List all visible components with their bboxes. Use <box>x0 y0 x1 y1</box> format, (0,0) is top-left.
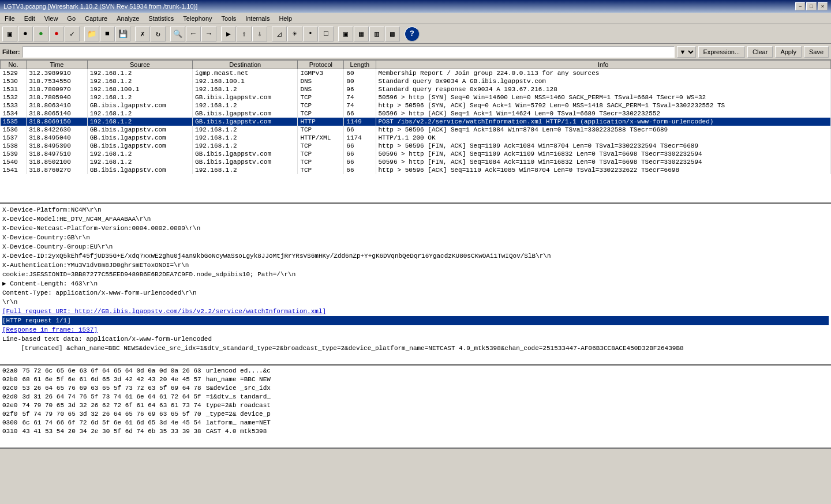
toolbar-btn-down[interactable]: ⇩ <box>252 27 267 42</box>
toolbar-btn-1[interactable]: ▣ <box>2 27 17 42</box>
toolbar-btn-8[interactable]: 💾 <box>115 27 130 42</box>
col-proto[interactable]: Protocol <box>298 61 344 69</box>
toolbar-btn-find[interactable]: 🔍 <box>170 27 185 42</box>
menu-item-capture[interactable]: Capture <box>80 14 112 23</box>
toolbar-btn-up[interactable]: ⇧ <box>237 27 252 42</box>
hex-addr: 02e0 <box>2 401 17 410</box>
table-row[interactable]: 1537318.8495040GB.ibis.lgappstv.com192.1… <box>1 134 831 142</box>
hex-addr: 02f0 <box>2 410 17 419</box>
menu-item-internals[interactable]: Internals <box>241 14 274 23</box>
menu-item-view[interactable]: View <box>40 14 63 23</box>
toolbar-btn-3[interactable]: ● <box>33 27 48 42</box>
toolbar-btn-reload[interactable]: ↻ <box>151 27 166 42</box>
toolbar-btn-color3[interactable]: ▥ <box>369 27 384 42</box>
table-row[interactable]: 1534318.8065140192.168.1.2GB.ibis.lgapps… <box>1 110 831 118</box>
table-row[interactable]: 1530318.7534550192.168.1.2192.168.100.1D… <box>1 77 831 85</box>
col-dst[interactable]: Destination <box>193 61 298 69</box>
toolbar: ▣ ● ● ● ✓ 📁 ■ 💾 ✗ ↻ 🔍 ← → ▶ ⇧ ⇩ ◿ ☀ • □ … <box>0 24 831 44</box>
menu-item-analyze[interactable]: Analyze <box>112 14 144 23</box>
detail-line: [truncated] &chan_name=BBC NEWS&device_s… <box>2 344 829 353</box>
detail-line: X-Device-Country:GB\r\n <box>2 233 829 242</box>
col-time[interactable]: Time <box>27 61 88 69</box>
toolbar-btn-open[interactable]: 📁 <box>84 27 99 42</box>
toolbar-btn-color1[interactable]: ▣ <box>338 27 353 42</box>
hex-ascii: S&device _src_idx <box>206 384 271 393</box>
hex-dump[interactable]: 02a075 72 6c 65 6e 63 6f 64 65 64 0d 0a … <box>0 366 831 449</box>
clear-button[interactable]: Clear <box>747 46 773 58</box>
menu-item-statistics[interactable]: Statistics <box>144 14 178 23</box>
toolbar-btn-zoom2[interactable]: ☀ <box>287 27 302 42</box>
maximize-button[interactable]: □ <box>806 2 816 10</box>
hex-addr: 02d0 <box>2 393 17 401</box>
toolbar-btn-help[interactable]: ? <box>405 27 420 42</box>
detail-link[interactable]: [Response in frame: 1537] <box>2 326 98 333</box>
menu-item-telephony[interactable]: Telephony <box>178 14 216 23</box>
table-row[interactable]: 1531318.7800970192.168.100.1192.168.1.2D… <box>1 85 831 93</box>
table-row[interactable]: 1540318.8502100192.168.1.2GB.ibis.lgapps… <box>1 158 831 166</box>
toolbar-btn-color4[interactable]: ▩ <box>385 27 400 42</box>
hex-ascii: urlencod ed....&c <box>206 367 271 375</box>
col-info[interactable]: Info <box>376 61 831 69</box>
detail-link[interactable]: [Full request URI: http://GB.ibis.lgapps… <box>2 308 326 315</box>
table-row[interactable]: 1539318.8497510192.168.1.2GB.ibis.lgapps… <box>1 150 831 158</box>
filter-dropdown[interactable]: ▼ <box>677 46 696 58</box>
detail-line: X-Device-Model:HE_DTV_NC4M_AFAAABAA\r\n <box>2 215 829 224</box>
detail-line[interactable]: ▶ Content-Length: 463\r\n <box>2 279 829 288</box>
menu-item-edit[interactable]: Edit <box>20 14 40 23</box>
detail-line: X-Device-Netcast-Platform-Version:0004.0… <box>2 224 829 233</box>
menubar: FileEditViewGoCaptureAnalyzeStatisticsTe… <box>0 13 831 24</box>
minimize-button[interactable]: − <box>795 2 805 10</box>
hex-ascii: type=2&b roadcast <box>206 401 271 410</box>
filter-input[interactable] <box>23 46 675 58</box>
col-no[interactable]: No. <box>1 61 27 69</box>
detail-line[interactable]: Line-based text data: application/x-www-… <box>2 334 829 344</box>
detail-line: X-Device-Country-Group:EU\r\n <box>2 242 829 251</box>
menu-item-tools[interactable]: Tools <box>217 14 241 23</box>
hex-bytes: 68 61 6e 5f 6e 61 6d 65 3d 42 42 43 20 4… <box>22 375 201 384</box>
toolbar-btn-zoom4[interactable]: □ <box>319 27 334 42</box>
detail-line[interactable]: [Response in frame: 1537] <box>2 325 829 334</box>
col-len[interactable]: Length <box>344 61 376 69</box>
packet-list[interactable]: No. Time Source Destination Protocol Len… <box>0 60 831 204</box>
table-row[interactable]: 1535318.8069150192.168.1.2GB.ibis.lgapps… <box>1 118 831 126</box>
toolbar-btn-5[interactable]: ✓ <box>65 27 80 42</box>
save-button[interactable]: Save <box>804 46 829 58</box>
toolbar-btn-zoom3[interactable]: • <box>303 27 318 42</box>
menu-item-help[interactable]: Help <box>274 14 297 23</box>
toolbar-btn-zoom[interactable]: ◿ <box>272 27 287 42</box>
hex-row: 02d03d 31 26 64 74 76 5f 73 74 61 6e 64 … <box>2 393 829 401</box>
toolbar-btn-forward[interactable]: → <box>201 27 216 42</box>
hex-bytes: 6c 61 74 66 6f 72 6d 5f 6e 61 6d 65 3d 4… <box>22 419 201 427</box>
detail-line: Content-Type: application/x-www-form-url… <box>2 288 829 298</box>
toolbar-btn-back[interactable]: ← <box>186 27 201 42</box>
hex-ascii: _type=2& device_p <box>206 410 271 419</box>
menu-item-file[interactable]: File <box>0 14 20 23</box>
toolbar-btn-7[interactable]: ■ <box>100 27 115 42</box>
detail-selected-item: [HTTP request 1/1] <box>2 316 829 325</box>
hex-bytes: 5f 74 79 70 65 3d 32 26 64 65 76 69 63 6… <box>22 410 201 419</box>
table-row[interactable]: 1532318.7805940192.168.1.2GB.ibis.lgapps… <box>1 93 831 101</box>
toolbar-btn-close[interactable]: ✗ <box>135 27 150 42</box>
col-src[interactable]: Source <box>87 61 192 69</box>
main-content: No. Time Source Destination Protocol Len… <box>0 60 831 504</box>
filter-label: Filter: <box>2 48 20 55</box>
close-button[interactable]: × <box>818 2 828 10</box>
detail-line[interactable]: [Full request URI: http://GB.ibis.lgapps… <box>2 307 829 316</box>
menu-item-go[interactable]: Go <box>62 14 80 23</box>
http-detail[interactable]: X-Device-Platform:NC4M\r\nX-Device-Model… <box>0 204 831 366</box>
table-row[interactable]: 1538318.8495390GB.ibis.lgappstv.com192.1… <box>1 142 831 150</box>
table-row[interactable]: 1533318.8063410GB.ibis.lgappstv.com192.1… <box>1 101 831 110</box>
table-row[interactable]: 1541318.8760270GB.ibis.lgappstv.com192.1… <box>1 166 831 174</box>
expression-button[interactable]: Expression... <box>698 46 746 58</box>
table-row[interactable]: 1536318.8422630GB.ibis.lgappstv.com192.1… <box>1 126 831 134</box>
toolbar-btn-color2[interactable]: ▦ <box>354 27 369 42</box>
detail-line: X-Device-ID:2yxQ5kEhf45fjUD35G+E/xdq7xxW… <box>2 251 829 261</box>
detail-line: \r\n <box>2 298 829 307</box>
toolbar-btn-go[interactable]: ▶ <box>221 27 236 42</box>
toolbar-btn-4[interactable]: ● <box>49 27 64 42</box>
hex-ascii: =1&dtv_s tandard_ <box>206 393 271 401</box>
toolbar-btn-2[interactable]: ● <box>18 27 33 42</box>
hex-row: 031043 41 53 54 20 34 2e 30 5f 6d 74 6b … <box>2 427 829 436</box>
apply-button[interactable]: Apply <box>775 46 802 58</box>
table-row[interactable]: 1529312.3989910192.168.1.2igmp.mcast.net… <box>1 69 831 78</box>
